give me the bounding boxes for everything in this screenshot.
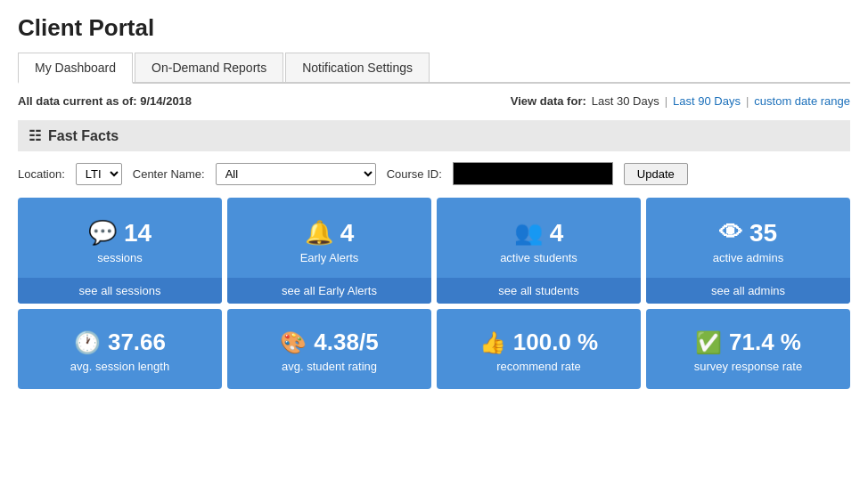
tab-bar: My Dashboard On-Demand Reports Notificat…	[18, 53, 850, 84]
stat-card-avg-session-length: 🕐 37.66 avg. session length	[18, 309, 222, 389]
see-all-early-alerts-link[interactable]: see all Early Alerts	[227, 278, 431, 304]
location-select[interactable]: LTI	[76, 163, 122, 185]
tab-notification-settings[interactable]: Notification Settings	[285, 53, 430, 82]
update-button[interactable]: Update	[624, 163, 688, 185]
data-bar: All data current as of: 9/14/2018 View d…	[18, 94, 850, 108]
stat-card-active-students: 👥 4 active students see all students	[437, 198, 641, 304]
location-label: Location:	[18, 167, 65, 181]
stat-main-sessions: 💬 14 sessions	[18, 198, 222, 278]
sessions-label: sessions	[97, 251, 143, 264]
avg-student-rating-icon: 🎨	[280, 330, 307, 355]
stat-main-early-alerts: 🔔 4 Early Alerts	[227, 198, 431, 278]
see-all-students-link[interactable]: see all students	[437, 278, 641, 304]
active-admins-label: active admins	[713, 251, 783, 264]
separator2: |	[746, 94, 749, 108]
stat-card-recommend-rate: 👍 100.0 % recommend rate	[437, 309, 641, 389]
course-id-input[interactable]	[453, 162, 613, 185]
current-data-label: All data current as of: 9/14/2018	[18, 94, 192, 108]
separator1: |	[665, 94, 667, 108]
fast-facts-icon: ☷	[29, 127, 41, 144]
stat-card-avg-student-rating: 🎨 4.38/5 avg. student rating	[227, 309, 431, 389]
last-30-days-text: Last 30 Days	[592, 94, 659, 108]
avg-session-length-icon: 🕐	[74, 330, 101, 355]
active-admins-count: 35	[749, 219, 777, 248]
recommend-rate-label: recommend rate	[496, 360, 581, 373]
active-students-label: active students	[500, 251, 577, 264]
active-students-count: 4	[550, 219, 564, 248]
recommend-rate-value: 100.0 %	[513, 329, 598, 356]
view-label: View data for:	[511, 94, 586, 108]
page-title: Client Portal	[18, 14, 850, 42]
stat-main-active-students: 👥 4 active students	[437, 198, 641, 278]
stats-bottom-grid: 🕐 37.66 avg. session length 🎨 4.38/5 avg…	[18, 309, 850, 389]
sessions-icon: 💬	[88, 219, 117, 247]
see-all-sessions-link[interactable]: see all sessions	[18, 278, 222, 304]
stat-card-active-admins: 👁 35 active admins see all admins	[646, 198, 850, 304]
stat-main-active-admins: 👁 35 active admins	[646, 198, 850, 278]
avg-student-rating-value: 4.38/5	[314, 329, 378, 356]
filters-bar: Location: LTI Center Name: All Course ID…	[18, 162, 850, 185]
tab-my-dashboard[interactable]: My Dashboard	[18, 53, 133, 84]
active-admins-icon: 👁	[719, 219, 742, 247]
see-all-admins-link[interactable]: see all admins	[646, 278, 850, 304]
active-students-icon: 👥	[514, 219, 543, 247]
stat-card-sessions: 💬 14 sessions see all sessions	[18, 198, 222, 304]
recommend-rate-icon: 👍	[479, 330, 506, 355]
early-alerts-label: Early Alerts	[300, 251, 359, 264]
view-options: View data for: Last 30 Days | Last 90 Da…	[511, 94, 850, 108]
fast-facts-header: ☷ Fast Facts	[18, 120, 850, 151]
stat-card-survey-response-rate: ✅ 71.4 % survey response rate	[646, 309, 850, 389]
avg-session-length-value: 37.66	[108, 329, 166, 356]
survey-response-rate-icon: ✅	[695, 330, 722, 355]
avg-student-rating-label: avg. student rating	[282, 360, 377, 373]
survey-response-rate-label: survey response rate	[694, 360, 802, 373]
survey-response-rate-value: 71.4 %	[729, 329, 801, 356]
center-name-label: Center Name:	[133, 167, 205, 181]
sessions-count: 14	[124, 219, 151, 248]
tab-on-demand-reports[interactable]: On-Demand Reports	[135, 53, 283, 82]
stat-card-early-alerts: 🔔 4 Early Alerts see all Early Alerts	[227, 198, 431, 304]
custom-date-range-link[interactable]: custom date range	[754, 94, 850, 108]
fast-facts-title: Fast Facts	[48, 128, 119, 144]
center-name-select[interactable]: All	[216, 163, 376, 185]
early-alerts-icon: 🔔	[305, 219, 333, 247]
early-alerts-count: 4	[340, 219, 355, 248]
last-90-days-link[interactable]: Last 90 Days	[673, 94, 741, 108]
avg-session-length-label: avg. session length	[70, 360, 169, 373]
stats-top-grid: 💬 14 sessions see all sessions 🔔 4 Early…	[18, 198, 850, 304]
course-id-label: Course ID:	[387, 167, 442, 181]
